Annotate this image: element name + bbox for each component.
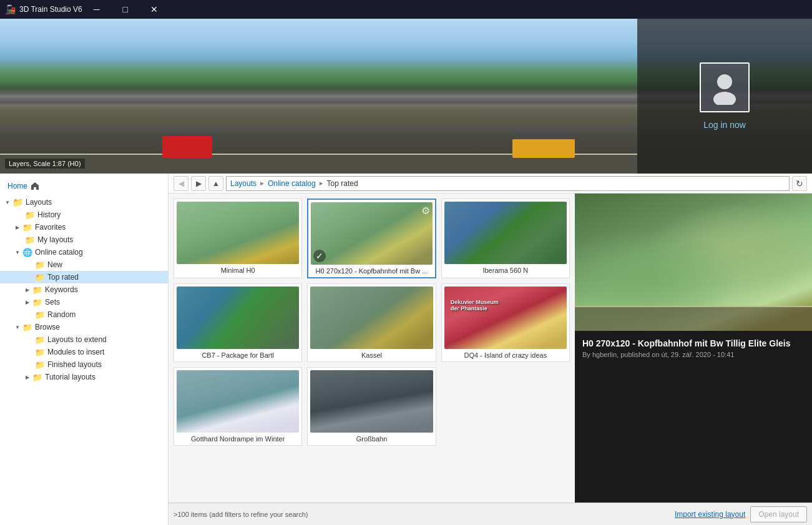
sidebar-item-online-catalog[interactable]: ▼ 🌐 Online catalog xyxy=(0,246,168,258)
content-panel: ◀ ▶ ▲ Layouts ► Online catalog ► Top rat… xyxy=(169,174,812,525)
folder-icon: 📁 xyxy=(35,273,45,282)
item-label-iberama: Iberama 560 N xyxy=(444,267,567,274)
sidebar-item-sets[interactable]: ▶ 📁 Sets xyxy=(0,296,168,308)
folder-icon: 📁 xyxy=(35,335,45,345)
sidebar-item-new[interactable]: 📁 New xyxy=(0,258,168,271)
folder-icon: 📁 xyxy=(25,235,35,245)
home-link[interactable]: Home xyxy=(7,182,27,190)
sidebar-item-random[interactable]: 📁 Random xyxy=(0,308,168,321)
svg-point-0 xyxy=(717,74,732,89)
sidebar-item-finished-layouts[interactable]: 📁 Finished layouts xyxy=(0,358,168,371)
expander-icon: ▶ xyxy=(12,222,22,232)
sidebar: Home ▼ 📁 Layouts 📁 History ▶ 📁 Favorites xyxy=(0,174,169,525)
expander-spacer xyxy=(15,235,25,245)
item-label-dq4: DQ4 - Island of crazy ideas xyxy=(444,351,567,359)
expander-icon: ▶ xyxy=(22,372,32,382)
grid-item-cb7[interactable]: CB7 - Package for Bartl xyxy=(174,283,302,362)
thumbnail-dq4: Dekuvier Museumder Phantasie xyxy=(444,287,567,349)
grid-item-iberama[interactable]: Iberama 560 N xyxy=(441,199,570,278)
breadcrumb-bar: ◀ ▶ ▲ Layouts ► Online catalog ► Top rat… xyxy=(169,174,812,194)
grid-item-gotthard[interactable]: Gotthard Nordrampe im Winter xyxy=(174,367,302,446)
close-button[interactable]: ✕ xyxy=(140,0,169,19)
yellow-tram xyxy=(512,139,575,158)
sidebar-item-browse[interactable]: ▼ 📁 Browse xyxy=(0,321,168,333)
grid-item-kopfbahnhof[interactable]: ⚙ ✓ H0 270x120 - Kopfbahnhof mit Bw ... xyxy=(307,199,436,278)
sidebar-item-layouts[interactable]: ▼ 📁 Layouts xyxy=(0,196,168,209)
sidebar-item-layouts-to-extend[interactable]: 📁 Layouts to extend xyxy=(0,333,168,346)
thumb-wrap xyxy=(177,287,299,349)
grid-item-dq4[interactable]: Dekuvier Museumder Phantasie DQ4 - Islan… xyxy=(441,283,570,362)
sidebar-item-top-rated[interactable]: 📁 Top rated xyxy=(0,271,168,283)
home-icon xyxy=(30,181,40,191)
thumb-wrap xyxy=(177,370,299,433)
titlebar: 🚂 3D Train Studio V6 ─ □ ✕ xyxy=(0,0,812,19)
thumb-wrap: ⚙ ✓ xyxy=(311,202,432,265)
folder-icon: 📁 xyxy=(32,298,42,307)
item-grid: Minimal H0 ⚙ ✓ H0 270x120 - Kopfbahnhof … xyxy=(169,194,575,503)
sidebar-item-favorites[interactable]: ▶ 📁 Favorites xyxy=(0,221,168,233)
expander-icon: ▶ xyxy=(22,297,32,307)
thumb-wrap xyxy=(444,202,567,264)
thumb-wrap: Dekuvier Museumder Phantasie xyxy=(444,287,567,349)
preview-scene xyxy=(575,194,812,331)
grid-item-minimal-h0[interactable]: Minimal H0 xyxy=(174,199,302,278)
expander-spacer xyxy=(25,360,35,370)
folder-icon: 📁 xyxy=(35,360,45,370)
red-train xyxy=(162,136,212,158)
sidebar-item-modules-to-insert[interactable]: 📁 Modules to insert xyxy=(0,346,168,358)
thumbnail-grossbahn xyxy=(310,370,433,433)
sidebar-item-history[interactable]: 📁 History xyxy=(0,209,168,221)
online-folder-icon: 🌐 xyxy=(22,248,32,257)
user-avatar xyxy=(700,62,750,112)
bottom-bar: >100 items (add filters to refine your s… xyxy=(169,503,812,525)
thumbnail-minimal-h0 xyxy=(177,202,299,264)
folder-icon: 📁 xyxy=(22,223,32,232)
open-layout-button[interactable]: Open layout xyxy=(750,506,807,523)
main-area: Home ▼ 📁 Layouts 📁 History ▶ 📁 Favorites xyxy=(0,174,812,525)
preview-panel: H0 270x120 - Kopfbahnhof mit Bw Tillig E… xyxy=(575,194,812,503)
breadcrumb-top-rated: Top rated xyxy=(327,179,358,188)
import-link[interactable]: Import existing layout xyxy=(675,510,745,519)
folder-icon: 📁 xyxy=(35,260,45,270)
sidebar-item-keywords[interactable]: ▶ 📁 Keywords xyxy=(0,283,168,296)
folder-icon: 📁 xyxy=(25,210,35,220)
sidebar-item-my-layouts[interactable]: 📁 My layouts xyxy=(0,233,168,246)
sidebar-item-tutorial-layouts[interactable]: ▶ 📁 Tutorial layouts xyxy=(0,371,168,383)
up-button[interactable]: ▲ xyxy=(208,176,223,191)
preview-author: By hgberlin, published on út, 29. zář. 2… xyxy=(582,351,805,358)
expander-spacer xyxy=(25,310,35,320)
expander-spacer xyxy=(25,272,35,282)
item-label-cb7: CB7 - Package for Bartl xyxy=(177,351,299,359)
folder-icon: 📁 xyxy=(32,285,42,295)
grid-area: Minimal H0 ⚙ ✓ H0 270x120 - Kopfbahnhof … xyxy=(169,194,812,503)
thumb-wrap xyxy=(310,287,433,349)
grid-item-kassel[interactable]: Kassel xyxy=(307,283,436,362)
app-title: 3D Train Studio V6 xyxy=(19,5,82,14)
item-label-kassel: Kassel xyxy=(310,351,433,359)
thumb-wrap xyxy=(310,370,433,433)
home-row: Home xyxy=(0,179,168,196)
folder-icon: 📁 xyxy=(12,197,23,207)
folder-icon: 📁 xyxy=(22,323,32,332)
expander-icon: ▼ xyxy=(12,322,22,332)
expander-spacer xyxy=(25,335,35,345)
folder-icon: 📁 xyxy=(35,310,45,320)
thumbnail-gotthard xyxy=(177,370,299,433)
breadcrumb-online-catalog[interactable]: Online catalog xyxy=(268,179,316,188)
item-label-gotthard: Gotthard Nordrampe im Winter xyxy=(177,435,299,443)
thumbnail-kassel xyxy=(310,287,433,349)
breadcrumb: Layouts ► Online catalog ► Top rated xyxy=(226,176,790,191)
refresh-button[interactable]: ↻ xyxy=(792,176,807,191)
avatar-icon xyxy=(709,71,740,105)
back-button[interactable]: ◀ xyxy=(174,176,188,191)
expander-icon: ▼ xyxy=(12,247,22,257)
forward-button[interactable]: ▶ xyxy=(191,176,206,191)
grid-item-grossbahn[interactable]: Großbahn xyxy=(307,367,436,446)
breadcrumb-layouts[interactable]: Layouts xyxy=(230,179,257,188)
maximize-button[interactable]: □ xyxy=(111,0,140,19)
window-controls: ─ □ ✕ xyxy=(82,0,169,19)
login-button[interactable]: Log in now xyxy=(703,120,746,130)
hero-banner: Log in now Layers, Scale 1:87 (H0) xyxy=(0,19,812,174)
thumbnail-cb7 xyxy=(177,287,299,349)
minimize-button[interactable]: ─ xyxy=(82,0,111,19)
